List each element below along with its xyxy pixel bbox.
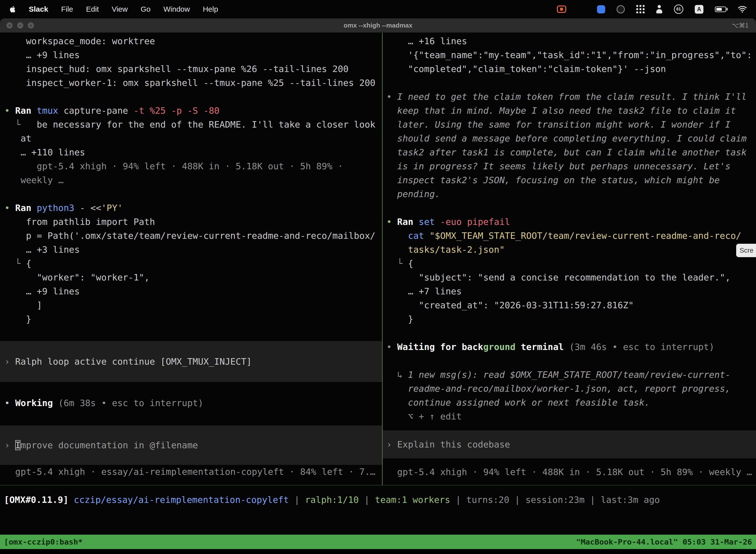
screen-label-overlay[interactable]: Scre [736, 244, 756, 257]
desktop: Slack File Edit View Go Window Help 61 A [0, 0, 756, 554]
terminal-line: "worker": "worker-1", [4, 271, 382, 284]
window-controls: × − + [6, 18, 34, 32]
omx-status-line: [OMX#0.11.9] cczip/essay/ai-reimplementa… [0, 486, 756, 507]
terminal-line: at [4, 131, 382, 146]
terminal-line: ] [4, 298, 382, 312]
terminal-line: › Improve documentation in @filename [4, 438, 198, 452]
terminal-line: inspect_worker-1: omx sparkshell --tmux-… [4, 76, 382, 90]
right-pane-output: … +16 lines '{"team_name":"my-team","tas… [383, 34, 756, 424]
blue-app-icon[interactable] [597, 5, 605, 13]
terminal-line: inspect_hud: omx sparkshell --tmux-pane … [4, 62, 382, 76]
apple-menu-icon[interactable] [9, 5, 16, 13]
terminal-line: should send a message before completing … [386, 131, 756, 146]
terminal-line: ↳ 1 new msg(s): read $OMX_TEAM_STATE_ROO… [386, 368, 756, 382]
terminal-line: • Waiting for background terminal (3m 46… [386, 340, 756, 354]
menu-go[interactable]: Go [141, 5, 150, 13]
terminal-line: └ { [386, 257, 756, 271]
menu-bar: Slack File Edit View Go Window Help 61 A [0, 0, 756, 18]
ralph-loop-banner: › Ralph loop active continue [OMX_TMUX_I… [0, 341, 382, 382]
omx-status-region: [OMX#0.11.9] cczip/essay/ai-reimplementa… [0, 485, 756, 535]
terminal-line [4, 90, 382, 104]
tmux-status-bar: [omx-cczip0:bash* "MacBook-Pro-44.local"… [0, 535, 756, 549]
close-button[interactable]: × [6, 22, 13, 29]
ralph-loop-text: › Ralph loop active continue [OMX_TMUX_I… [0, 355, 252, 369]
terminal-line: gpt-5.4 xhigh · 94% left · 488K in · 5.1… [4, 159, 382, 173]
menu-view[interactable]: View [112, 5, 127, 13]
bottom-strip [0, 549, 756, 554]
terminal-line: … +9 lines [4, 284, 382, 298]
terminal-line: … +9 lines [4, 48, 382, 62]
terminal-line: • Ran python3 - <<'PY' [4, 201, 382, 215]
window-shortcut-hint: ⌥⌘1 [732, 22, 749, 29]
terminal-line: "created_at": "2026-03-31T11:59:27.816Z" [386, 298, 756, 312]
prompt-input[interactable]: › Improve documentation in @filename [0, 426, 382, 465]
terminal-line: gpt-5.4 xhigh · essay/ai-reimplementatio… [4, 465, 382, 479]
terminal-line: › Explain this codebase [386, 438, 510, 451]
left-pane-output: workspace_mode: worktree … +9 lines insp… [0, 34, 382, 326]
terminal-line: from pathlib import Path [4, 215, 382, 229]
terminal-line: › Ralph loop active continue [OMX_TMUX_I… [4, 355, 252, 369]
terminal-line: … +3 lines [4, 243, 382, 257]
window-title-bar[interactable]: × − + omx --xhigh --madmax ⌥⌘1 [0, 18, 756, 33]
suggestion-prompt[interactable]: › Explain this codebase [383, 430, 756, 458]
terminal-line: [OMX#0.11.9] cczip/essay/ai-reimplementa… [4, 493, 756, 507]
terminal-line: └ { [4, 257, 382, 271]
person-icon[interactable] [656, 5, 663, 13]
terminal-line: } [386, 312, 756, 326]
right-pane-footer: gpt-5.4 xhigh · 94% left · 488K in · 5.1… [383, 465, 756, 479]
terminal-line [386, 354, 756, 368]
left-pane-footer: gpt-5.4 xhigh · essay/ai-reimplementatio… [0, 465, 382, 479]
terminal-line [386, 326, 756, 340]
left-terminal-pane[interactable]: workspace_mode: worktree … +9 lines insp… [0, 33, 382, 485]
dark-app-icon[interactable] [617, 5, 625, 13]
tmux-panes: workspace_mode: worktree … +9 lines insp… [0, 33, 756, 485]
terminal-line: continue assigned work or next feasible … [386, 396, 756, 409]
terminal-line: task2 after task1 is complete, but can I… [386, 146, 756, 159]
terminal-line: is in progress? It seems likely but perh… [386, 159, 756, 173]
terminal-line: ⌥ + ↑ edit [386, 409, 756, 424]
dots-grid-icon[interactable] [636, 5, 645, 13]
terminal-line: readme-and-reco/mailbox/worker-1.json, a… [386, 382, 756, 396]
right-terminal-pane[interactable]: … +16 lines '{"team_name":"my-team","tas… [383, 33, 756, 485]
grid-icon[interactable] [578, 6, 586, 13]
terminal-line: inspect task2's JSON, focusing on the st… [386, 173, 756, 187]
terminal-line: gpt-5.4 xhigh · 94% left · 488K in · 5.1… [386, 465, 756, 479]
menu-app-name[interactable]: Slack [29, 5, 48, 13]
terminal-line: … +7 lines [386, 284, 756, 298]
menu-bar-status-icons: 61 A [557, 4, 747, 14]
terminal-window: × − + omx --xhigh --madmax ⌥⌘1 workspace… [0, 18, 756, 554]
wifi-icon[interactable] [738, 5, 747, 13]
terminal-line: • Ran set -euo pipefail [386, 215, 756, 229]
terminal-line: pending. [386, 187, 756, 201]
window-title: omx --xhigh --madmax [343, 21, 412, 29]
battery-icon[interactable] [715, 6, 726, 12]
menu-help[interactable]: Help [203, 5, 218, 13]
terminal-line: cat "$OMX_TEAM_STATE_ROOT/team/review-cu… [386, 229, 756, 243]
terminal-line [4, 187, 382, 201]
terminal-line: keep that in mind. Maybe I also need the… [386, 104, 756, 118]
minimize-button[interactable]: − [17, 22, 23, 29]
working-status: • Working (6m 38s • esc to interrupt) [0, 396, 382, 410]
terminal-line [386, 201, 756, 215]
suggestion-text: › Explain this codebase [383, 438, 510, 451]
tmux-host-clock: "MacBook-Pro-44.local" 05:03 31-Mar-26 [576, 537, 752, 546]
terminal-line: └ be necessary for the end of the README… [4, 118, 382, 131]
menu-edit[interactable]: Edit [86, 5, 99, 13]
terminal-line: "completed","claim_token":"claim-token"}… [386, 62, 756, 76]
battery-percent-badge[interactable]: 61 [674, 4, 683, 14]
terminal-line: … +16 lines [386, 34, 756, 48]
input-source-icon[interactable]: A [695, 5, 703, 14]
menu-file[interactable]: File [61, 5, 73, 13]
terminal-line: p = Path('.omx/state/team/review-current… [4, 229, 382, 243]
screen-recording-icon[interactable] [557, 5, 566, 13]
terminal-line [386, 76, 756, 90]
terminal-line: • Working (6m 38s • esc to interrupt) [4, 396, 382, 410]
menu-window[interactable]: Window [164, 5, 190, 13]
terminal-line: workspace_mode: worktree [4, 34, 382, 48]
terminal-line: • Ran tmux capture-pane -t %25 -p -S -80 [4, 104, 382, 118]
maximize-button[interactable]: + [28, 22, 34, 29]
terminal-line: tasks/task-2.json" [386, 243, 756, 257]
terminal-line: … +110 lines [4, 146, 382, 159]
terminal-line: weekly … [4, 173, 382, 187]
prompt-input-text: › Improve documentation in @filename [0, 438, 198, 452]
